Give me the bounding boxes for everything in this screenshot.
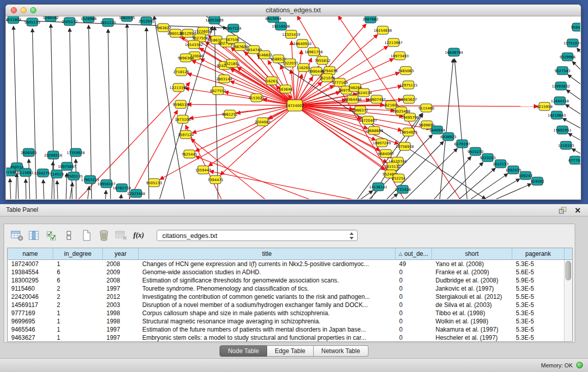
graph-node[interactable]: 1398162 bbox=[42, 16, 58, 21]
graph-node[interactable]: 9115460 bbox=[418, 104, 434, 112]
graph-node[interactable]: 16210643 bbox=[548, 111, 566, 119]
graph-node[interactable]: 2087682 bbox=[362, 16, 378, 23]
graph-node[interactable]: 391548 bbox=[6, 168, 16, 176]
graph-node[interactable]: 252254 bbox=[392, 174, 406, 182]
graph-node[interactable]: 1640954 bbox=[429, 126, 445, 134]
graph-node[interactable]: 9227343 bbox=[554, 67, 570, 75]
graph-node[interactable]: 1873106 bbox=[175, 115, 191, 123]
graph-node[interactable]: 2204087 bbox=[254, 118, 270, 126]
graph-node[interactable]: 9505133 bbox=[146, 179, 162, 187]
column-header-year[interactable]: year bbox=[103, 248, 139, 259]
column-header-outde[interactable]: △out_de... bbox=[396, 248, 432, 259]
graph-edge[interactable] bbox=[26, 179, 26, 199]
table-row[interactable]: 1938455462009Genome-wide association stu… bbox=[8, 268, 572, 276]
graph-edge[interactable] bbox=[43, 180, 44, 199]
graph-node[interactable]: 15692951 bbox=[553, 126, 572, 134]
graph-node[interactable]: 12093832 bbox=[552, 82, 570, 90]
graph-node[interactable]: 16648784 bbox=[445, 48, 463, 56]
graph-edge[interactable] bbox=[565, 104, 580, 119]
graph-node[interactable]: 8813054 bbox=[265, 16, 281, 23]
delete-column-button[interactable] bbox=[96, 228, 112, 243]
graph-node[interactable]: 19218506 bbox=[272, 22, 290, 30]
memory-status-indicator[interactable] bbox=[576, 362, 583, 368]
graph-node[interactable]: 12213398 bbox=[169, 83, 188, 92]
graph-edge[interactable] bbox=[295, 105, 399, 144]
close-window-button[interactable] bbox=[11, 7, 17, 13]
graph-node[interactable]: 17359928 bbox=[67, 148, 85, 157]
graph-edge[interactable] bbox=[146, 28, 149, 199]
graph-node[interactable]: 12213967 bbox=[384, 38, 403, 47]
graph-node[interactable]: 1612133 bbox=[492, 160, 508, 168]
close-panel-button[interactable] bbox=[574, 206, 582, 214]
create-column-button[interactable] bbox=[79, 228, 94, 243]
graph-node[interactable]: 959441 bbox=[571, 23, 580, 31]
graph-node[interactable]: 677704 bbox=[569, 156, 580, 164]
graph-node[interactable]: 10756928 bbox=[396, 142, 414, 150]
graph-node[interactable]: 1210103 bbox=[558, 141, 574, 149]
row-height-button[interactable] bbox=[61, 228, 77, 243]
graph-edge[interactable] bbox=[577, 48, 580, 62]
graph-node[interactable]: 1733426 bbox=[395, 185, 411, 193]
graph-edge[interactable] bbox=[121, 194, 121, 199]
graph-node[interactable]: 5905133 bbox=[24, 18, 40, 26]
graph-node[interactable]: 62160 bbox=[385, 101, 397, 109]
window-titlebar[interactable]: citations_edges.txt bbox=[6, 5, 581, 16]
graph-node[interactable]: 4153021 bbox=[248, 94, 264, 102]
table-row[interactable]: 969969511998Structural magnetic resonanc… bbox=[8, 317, 572, 325]
graph-node[interactable]: 2606503 bbox=[20, 148, 36, 157]
graph-node[interactable]: 2912041 bbox=[138, 17, 154, 25]
graph-node[interactable]: 1359447 bbox=[195, 166, 211, 174]
graph-node[interactable]: 7485063 bbox=[398, 67, 413, 75]
graph-node[interactable]: 12042757 bbox=[34, 169, 52, 177]
graph-node[interactable]: 19654923 bbox=[399, 128, 418, 136]
graph-node[interactable]: 924502 bbox=[531, 177, 545, 185]
graph-node[interactable]: 10975887 bbox=[58, 162, 76, 170]
graph-edge[interactable] bbox=[493, 184, 531, 199]
graph-node[interactable]: 7986372 bbox=[352, 106, 368, 114]
graph-node[interactable]: 7955812 bbox=[314, 56, 330, 64]
graph-node[interactable]: 9684067 bbox=[378, 149, 394, 158]
graph-edge[interactable] bbox=[572, 61, 580, 77]
graph-edge[interactable] bbox=[108, 29, 111, 199]
graph-edge[interactable] bbox=[29, 159, 30, 199]
graph-edge[interactable] bbox=[127, 24, 129, 199]
graph-node[interactable]: 9223103 bbox=[480, 154, 495, 162]
column-header-short[interactable]: short bbox=[432, 248, 512, 259]
graph-edge[interactable] bbox=[295, 105, 538, 106]
graph-edge[interactable] bbox=[210, 171, 359, 199]
graph-node[interactable]: 9596517 bbox=[172, 100, 188, 108]
table-panel-header[interactable]: Table Panel bbox=[0, 204, 588, 216]
tab-network-table[interactable]: Network Table bbox=[314, 345, 368, 357]
column-header-title[interactable]: title bbox=[139, 248, 396, 259]
float-panel-button[interactable] bbox=[558, 206, 567, 214]
graph-node[interactable]: 15751074 bbox=[563, 39, 580, 47]
graph-node[interactable]: 12505135 bbox=[64, 172, 83, 180]
table-row[interactable]: 977716911998Corpus callosum shape and si… bbox=[8, 309, 572, 317]
graph-node[interactable]: 1624534 bbox=[356, 89, 372, 97]
graph-node[interactable]: 6179197 bbox=[454, 140, 470, 148]
graph-node[interactable]: 16261 bbox=[266, 77, 277, 85]
tab-edge-table[interactable]: Edge Table bbox=[267, 345, 314, 357]
graph-node[interactable]: 7394471 bbox=[207, 176, 223, 184]
graph-node[interactable]: 109243 bbox=[519, 171, 533, 180]
graph-edge[interactable] bbox=[458, 168, 495, 199]
table-row[interactable]: 1872400712008Changes of HCN gene express… bbox=[8, 260, 572, 268]
tab-node-table[interactable]: Node Table bbox=[220, 345, 267, 357]
table-select-dropdown[interactable]: citations_edges.txt bbox=[157, 230, 358, 241]
function-builder-button[interactable]: f(x) bbox=[131, 228, 146, 243]
graph-node[interactable]: 10807487 bbox=[367, 95, 386, 103]
table-row[interactable]: 1830029562008Estimation of significance … bbox=[8, 276, 572, 285]
graph-edge[interactable] bbox=[187, 104, 295, 105]
table-mode-button[interactable] bbox=[9, 228, 25, 243]
column-header-pagerank[interactable]: pagerank bbox=[512, 248, 564, 259]
table-row[interactable]: 1456911722003Disruption of a novel membe… bbox=[8, 301, 572, 309]
graph-node[interactable]: 16154838 bbox=[374, 26, 392, 34]
graph-edge[interactable] bbox=[89, 25, 92, 199]
column-header-name[interactable]: name bbox=[8, 248, 53, 259]
graph-node[interactable]: 17957223 bbox=[81, 176, 99, 184]
table-row[interactable]: 946554611997Estimation of the future num… bbox=[8, 325, 572, 334]
table-row[interactable]: 946362711997Embryonic stem cells: a mode… bbox=[8, 334, 572, 341]
show-columns-button[interactable] bbox=[27, 228, 42, 243]
vertical-scrollbar[interactable] bbox=[564, 260, 572, 341]
column-header-indegree[interactable]: in_degree bbox=[53, 248, 103, 259]
